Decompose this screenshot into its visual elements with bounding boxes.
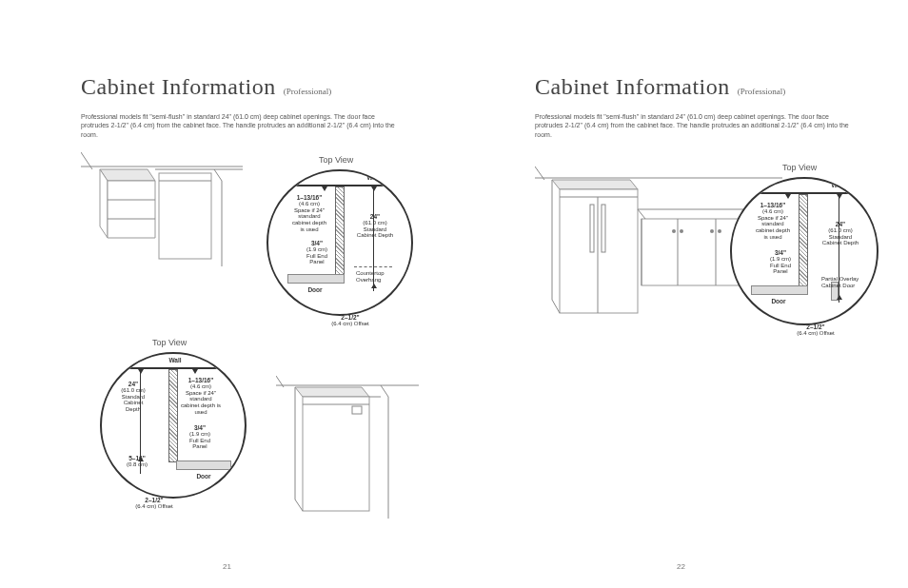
page-subtitle: (Professional) [738, 87, 786, 96]
svg-marker-25 [552, 180, 638, 189]
spacer-dim-r: 1–13/16" [753, 202, 793, 208]
svg-point-41 [672, 229, 676, 233]
page-number-right: 22 [677, 562, 685, 571]
intro-paragraph-left: Professional models fit "semi-flush" in … [81, 112, 395, 139]
depth-txt: Standard Cabinet Depth [357, 226, 393, 239]
gap-dim: 5–16" [121, 455, 153, 461]
iso-cabinet-upper [81, 152, 243, 295]
iso-cabinet-lower [276, 376, 419, 528]
door-label: Door [301, 286, 329, 293]
page-number-left: 21 [223, 562, 231, 571]
door-label-r: Door [764, 298, 793, 304]
svg-marker-4 [108, 181, 155, 238]
page-left: Cabinet Information (Professional) Profe… [0, 0, 454, 588]
svg-line-21 [381, 385, 388, 397]
door-label2: Door [189, 473, 218, 480]
spacer-dim: 1–13/16" [289, 194, 329, 201]
intro-paragraph-right: Professional models fit "semi-flush" in … [535, 112, 849, 139]
offset-label-lower: 2–1/2" (6.4 cm) Offset [126, 497, 183, 510]
top-view-label-right: Top View [782, 163, 817, 172]
depth-dim-r: 24" [821, 221, 859, 227]
svg-rect-26 [560, 189, 638, 313]
svg-line-10 [214, 169, 222, 181]
offset-label-upper: 2–1/2" (6.4 cm) Offset [322, 314, 379, 327]
panel-cm: (1.9 cm) [306, 246, 327, 252]
wall-label-r: Wall [823, 182, 852, 188]
circle-detail-upper-left: Wall 1–13/16" (4.6 cm) Space if 24" stan… [266, 169, 413, 316]
wall-label2: Wall [161, 357, 189, 363]
depth-cm: (61.0 cm) [363, 220, 386, 225]
svg-point-43 [710, 229, 714, 233]
svg-point-42 [680, 229, 683, 233]
svg-line-19 [295, 500, 303, 511]
depth-dim2: 24" [115, 381, 151, 387]
title-row-left: Cabinet Information (Professional) [81, 74, 331, 100]
page-right: Cabinet Information (Professional) Profe… [454, 0, 908, 588]
spacer-cm: (4.6 cm) [299, 201, 320, 206]
page-title: Cabinet Information [535, 74, 730, 99]
top-view-label-upper: Top View [319, 155, 353, 165]
circle-detail-right: Wall 1–13/16" (4.6 cm) Space if 24" stan… [730, 177, 878, 325]
spacer-dim2: 1–13/16" [180, 377, 222, 383]
svg-rect-7 [159, 173, 211, 259]
spacer-txt: Space if 24" standard cabinet depth is u… [292, 207, 326, 232]
title-row-right: Cabinet Information (Professional) [535, 74, 785, 100]
panel-dim: 3/4" [301, 240, 333, 246]
circle-detail-lower-left: Wall 24" (61.0 cm) Standard Cabinet Dept… [100, 352, 247, 499]
svg-line-30 [552, 300, 560, 313]
offset-label-right: 2–1/2" (6.4 cm) Offset [787, 323, 844, 337]
svg-line-39 [638, 209, 645, 219]
svg-marker-3 [100, 169, 108, 238]
svg-point-44 [718, 229, 721, 233]
wall-label: Wall [359, 174, 387, 181]
panel-dim-r: 3/4" [764, 249, 797, 256]
panel-txt: Full End Panel [306, 253, 327, 265]
page-subtitle: (Professional) [284, 87, 332, 96]
panel-dim2: 3/4" [184, 424, 216, 431]
overhang-label: Countertop Overhang [356, 270, 398, 283]
depth-dim: 24" [356, 213, 394, 220]
top-view-label-lower: Top View [152, 338, 187, 347]
overlay-label: Partial Overlay Cabinet Door [821, 276, 867, 288]
svg-marker-2 [100, 169, 155, 181]
page-title: Cabinet Information [81, 74, 276, 99]
svg-marker-14 [295, 387, 369, 397]
